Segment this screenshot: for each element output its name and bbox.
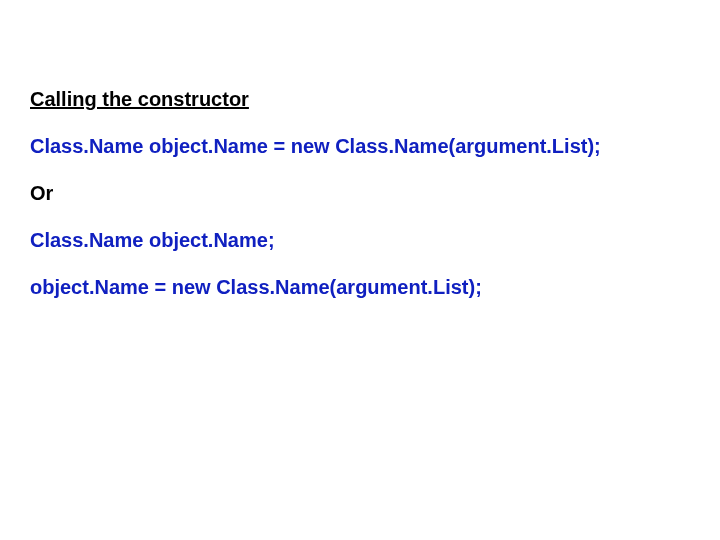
or-label: Or bbox=[30, 182, 690, 205]
code-line-1: Class.Name object.Name = new Class.Name(… bbox=[30, 135, 690, 158]
section-heading: Calling the constructor bbox=[30, 88, 690, 111]
code-line-3: object.Name = new Class.Name(argument.Li… bbox=[30, 276, 690, 299]
slide: Calling the constructor Class.Name objec… bbox=[0, 0, 720, 540]
code-line-2: Class.Name object.Name; bbox=[30, 229, 690, 252]
